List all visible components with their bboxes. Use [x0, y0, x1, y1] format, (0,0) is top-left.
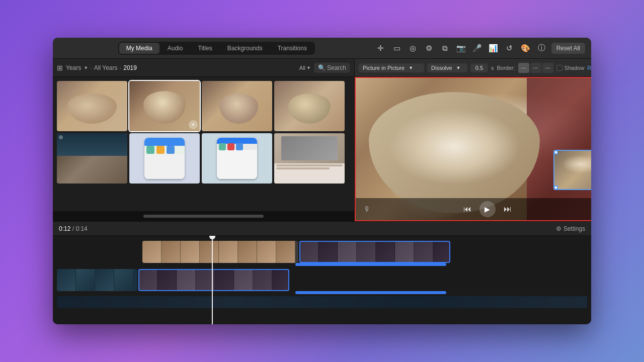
thumbnail-3[interactable] [202, 81, 272, 131]
playback-bar: 🎙 ⏮ ▶ ⏭ ⤢ [356, 198, 591, 220]
thumbnail-8[interactable] [274, 133, 345, 184]
track-row-bg [53, 268, 591, 292]
toolbar-right: ✛ ▭ ◎ ⚙ ⧉ 📷 🎤 📊 ↺ 🎨 ⓘ Reset All [374, 42, 585, 55]
overlay-frame-5 [215, 269, 234, 291]
breadcrumb-2019[interactable]: 2019 [123, 64, 137, 71]
second-video-clip[interactable] [299, 241, 450, 263]
add-to-timeline-icon[interactable]: + [189, 120, 198, 129]
thumbnail-7[interactable] [202, 133, 272, 184]
main-area: ⊞ Years ▼ › All Years › 2019 All ▼ [53, 59, 591, 221]
tab-my-media[interactable]: My Media [119, 43, 159, 54]
pip-handle-tl[interactable] [554, 150, 558, 154]
main-video-clip[interactable] [142, 241, 298, 263]
skip-back-button[interactable]: ⏮ [463, 205, 471, 214]
pip-window[interactable] [553, 150, 591, 190]
chart-icon[interactable]: 📊 [487, 42, 500, 55]
crop-icon[interactable]: ⧉ [439, 42, 452, 55]
reset-link[interactable]: Reset [587, 65, 591, 71]
playback-controls: ⏮ ▶ ⏭ [463, 201, 512, 217]
dark-frame-5 [376, 241, 395, 263]
pip-handle-bl[interactable] [554, 186, 558, 190]
frame-5 [219, 241, 238, 263]
frame-2 [162, 241, 181, 263]
frame-8 [276, 241, 295, 263]
thumbnail-4[interactable] [274, 81, 345, 131]
reset-all-button[interactable]: Reset All [551, 43, 585, 54]
timeline-tracks [53, 236, 591, 324]
browser-toolbar: ⊞ Years ▼ › All Years › 2019 All ▼ [53, 59, 354, 77]
thumbnail-1[interactable] [57, 81, 127, 131]
timeline-header: 0:12 / 0:14 ⚙ Settings [53, 222, 591, 236]
dark-frame-2 [318, 241, 338, 263]
duration-input[interactable]: 0.5 [470, 63, 488, 72]
bg-frame-4 [114, 269, 133, 291]
timecode-total: 0:14 [75, 225, 87, 232]
dark-frame-7 [414, 241, 433, 263]
dark-frame-3 [338, 241, 357, 263]
settings-button[interactable]: ⚙ Settings [556, 225, 585, 232]
rectangle-icon[interactable]: ▭ [390, 42, 404, 55]
playhead-handle[interactable] [209, 236, 215, 239]
shadow-toggle[interactable]: Shadow [556, 65, 585, 71]
overlay-frame-1 [138, 269, 157, 291]
timecode-current: 0:12 [59, 225, 70, 232]
tab-transitions[interactable]: Transitions [271, 43, 314, 54]
dark-frame-4 [357, 241, 376, 263]
thumbnail-2[interactable]: + [129, 81, 200, 131]
breadcrumb: Years ▼ › All Years › 2019 [66, 64, 296, 71]
gear-icon[interactable]: ⚙ [423, 42, 436, 55]
preview-panel: Picture in Picture ▼ Dissolve ▼ 0.5 s Bo… [355, 59, 591, 221]
rotate-icon[interactable]: ↺ [503, 42, 516, 55]
camera-icon[interactable]: 📷 [455, 42, 468, 55]
duration-unit: s [491, 65, 494, 71]
overlay-frame-2 [157, 269, 177, 291]
microphone-btn[interactable]: 🎙 [364, 205, 371, 213]
microphone-icon[interactable]: 🎤 [471, 42, 484, 55]
overlay-frame-6 [234, 269, 253, 291]
tab-backgrounds[interactable]: Backgrounds [220, 43, 270, 54]
filter-all[interactable]: All ▼ [299, 65, 311, 71]
border-style-3[interactable]: — [542, 63, 553, 73]
tab-titles[interactable]: Titles [191, 43, 219, 54]
breadcrumb-years[interactable]: Years ▼ [66, 64, 88, 71]
track-row-main [53, 240, 591, 264]
bg-frame-3 [95, 269, 114, 291]
filter-chevron-icon: ▼ [306, 65, 311, 70]
preview-viewport: 🎙 ⏮ ▶ ⏭ ⤢ [355, 77, 591, 221]
dark-frame-1 [299, 241, 318, 263]
border-label: Border: [497, 65, 515, 71]
shadow-checkbox[interactable] [556, 65, 562, 71]
skip-forward-button[interactable]: ⏭ [504, 205, 512, 214]
dark-frame-6 [395, 241, 414, 263]
bg-frame-1 [57, 269, 76, 291]
clip-selection-bar [295, 263, 446, 266]
bg-frame-2 [76, 269, 95, 291]
frame-4 [200, 241, 219, 263]
border-style-2[interactable]: — [530, 63, 541, 73]
effect-chevron-icon: ▼ [409, 65, 413, 70]
bg-video-clip[interactable] [57, 269, 137, 291]
frame-7 [257, 241, 276, 263]
settings-icon: ⚙ [556, 225, 561, 232]
play-button[interactable]: ▶ [479, 201, 496, 217]
breadcrumb-all-years[interactable]: All Years [94, 64, 118, 71]
crosshair-icon[interactable]: ✛ [374, 42, 387, 55]
effect-select[interactable]: Picture in Picture ▼ [359, 63, 424, 72]
main-toolbar: My Media Audio Titles Backgrounds Transi… [53, 38, 591, 59]
scroll-strip [53, 211, 354, 221]
transition-chevron-icon: ▼ [456, 65, 461, 70]
thumbnail-6[interactable] [129, 133, 200, 184]
border-style-1[interactable]: — [518, 63, 529, 73]
transition-select[interactable]: Dissolve ▼ [427, 63, 467, 72]
color-icon[interactable]: 🎨 [519, 42, 532, 55]
overlay-video-clip[interactable] [138, 269, 289, 291]
frame-6 [238, 241, 257, 263]
playhead[interactable] [212, 236, 213, 324]
border-buttons: — — — [518, 63, 553, 73]
grid-view-icon[interactable]: ⊞ [57, 64, 63, 72]
circle-slash-icon[interactable]: ◎ [407, 42, 420, 55]
tab-audio[interactable]: Audio [160, 43, 190, 54]
info-icon[interactable]: ⓘ [535, 42, 548, 55]
search-button[interactable]: 🔍 Search [314, 63, 350, 73]
thumbnail-5[interactable] [57, 133, 127, 184]
